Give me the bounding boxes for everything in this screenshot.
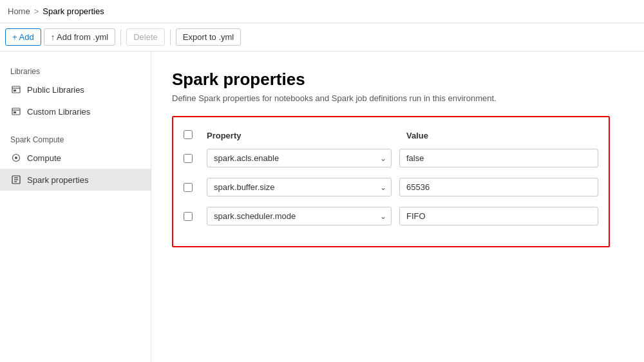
row-3-property-select[interactable]: spark.scheduler.mode <box>207 207 392 225</box>
svg-rect-2 <box>14 90 16 91</box>
spark-properties-icon <box>10 174 22 186</box>
add-from-yml-button[interactable]: ↑ Add from .yml <box>44 28 116 46</box>
row-3-checkbox-col <box>184 212 207 221</box>
table-row: spark.buffer.size ⌄ <box>184 178 598 196</box>
header-checkbox-col <box>184 130 207 141</box>
row-3-checkbox[interactable] <box>184 212 193 221</box>
header-value-col: Value <box>406 131 598 140</box>
svg-rect-0 <box>12 86 20 93</box>
row-1-property-wrapper: spark.acls.enable ⌄ <box>207 149 392 167</box>
sidebar-item-custom-libraries[interactable]: Custom Libraries <box>0 100 151 122</box>
public-libraries-icon <box>10 84 22 95</box>
page-title: Spark properties <box>172 70 623 90</box>
public-libraries-label: Public Libraries <box>27 85 84 95</box>
row-2-checkbox[interactable] <box>184 183 193 192</box>
sidebar: Libraries Public Libraries Custom Librar… <box>0 52 151 362</box>
sidebar-item-public-libraries[interactable]: Public Libraries <box>0 79 151 100</box>
toolbar-separator-2 <box>170 30 171 45</box>
select-all-checkbox[interactable] <box>184 130 193 139</box>
app-layout: Libraries Public Libraries Custom Librar… <box>0 52 644 362</box>
row-1-value-input[interactable] <box>399 149 598 167</box>
toolbar-separator-1 <box>120 30 121 45</box>
row-3-value-input[interactable] <box>399 207 598 225</box>
svg-rect-5 <box>14 111 16 113</box>
properties-table-header: Property Value <box>184 128 598 149</box>
breadcrumb-home[interactable]: Home <box>8 6 30 16</box>
svg-rect-3 <box>12 108 20 115</box>
compute-label: Compute <box>27 153 61 163</box>
row-1-checkbox-col <box>184 154 207 163</box>
custom-libraries-label: Custom Libraries <box>27 107 90 117</box>
row-2-property-select[interactable]: spark.buffer.size <box>207 178 392 196</box>
libraries-section-label: Libraries <box>0 62 151 79</box>
sidebar-item-spark-properties[interactable]: Spark properties <box>0 169 151 191</box>
main-content: Spark properties Define Spark properties… <box>151 52 644 362</box>
svg-point-7 <box>15 157 17 159</box>
delete-button[interactable]: Delete <box>126 28 165 46</box>
breadcrumb-separator: > <box>34 6 39 16</box>
properties-table: Property Value spark.acls.enable ⌄ <box>172 116 610 247</box>
row-1-property-select[interactable]: spark.acls.enable <box>207 149 392 167</box>
spark-compute-section-label: Spark Compute <box>0 130 151 147</box>
row-2-value-input[interactable] <box>399 178 598 196</box>
row-2-checkbox-col <box>184 183 207 192</box>
compute-icon <box>10 152 22 164</box>
add-button[interactable]: + Add <box>5 28 41 46</box>
custom-libraries-icon <box>10 106 22 117</box>
breadcrumb-current: Spark properties <box>43 6 104 16</box>
export-button[interactable]: Export to .yml <box>176 28 241 46</box>
row-2-property-wrapper: spark.buffer.size ⌄ <box>207 178 392 196</box>
toolbar: + Add ↑ Add from .yml Delete Export to .… <box>0 23 644 52</box>
page-description: Define Spark properties for notebooks an… <box>172 93 623 103</box>
spark-properties-label: Spark properties <box>27 175 88 185</box>
breadcrumb: Home > Spark properties <box>0 0 644 23</box>
sidebar-item-compute[interactable]: Compute <box>0 147 151 169</box>
row-1-checkbox[interactable] <box>184 154 193 163</box>
header-property-col: Property <box>207 131 399 140</box>
table-row: spark.acls.enable ⌄ <box>184 149 598 167</box>
row-3-property-wrapper: spark.scheduler.mode ⌄ <box>207 207 392 225</box>
table-row: spark.scheduler.mode ⌄ <box>184 207 598 225</box>
